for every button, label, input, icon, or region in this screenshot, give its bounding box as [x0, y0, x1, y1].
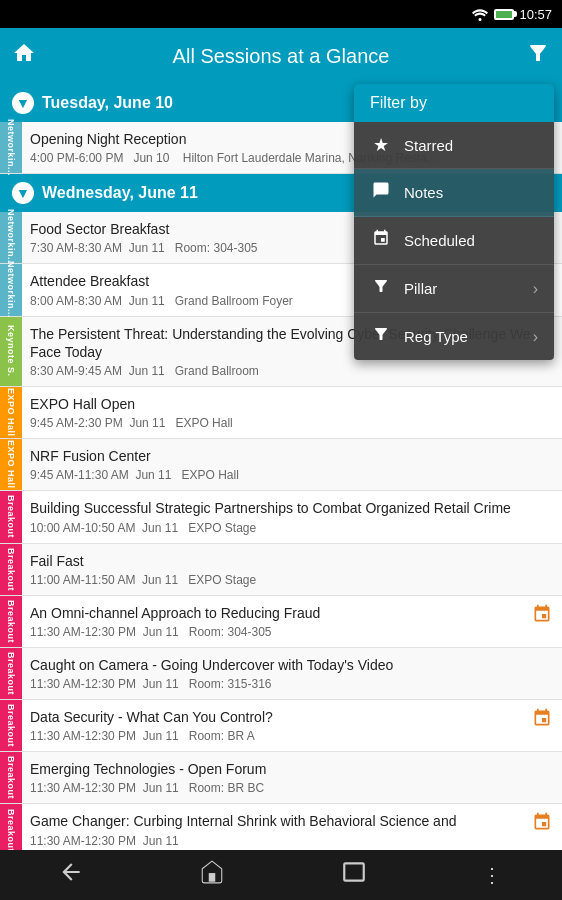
session-item[interactable]: Breakout Data Security - What Can You Co… [0, 700, 562, 752]
svg-rect-2 [344, 863, 364, 880]
bottom-nav: ⋮ [0, 850, 562, 900]
session-tag: Breakout [0, 491, 22, 542]
session-item[interactable]: Breakout Caught on Camera - Going Underc… [0, 648, 562, 700]
filter-scheduled-label: Scheduled [404, 232, 538, 249]
filter-regtype[interactable]: Reg Type › [354, 313, 554, 360]
session-meta: 9:45 AM-11:30 AM Jun 11 EXPO Hall [30, 468, 552, 482]
session-title: Game Changer: Curbing Internal Shrink wi… [30, 812, 552, 830]
session-item[interactable]: Breakout Building Successful Strategic P… [0, 491, 562, 543]
session-title: NRF Fusion Center [30, 447, 552, 465]
svg-rect-1 [209, 873, 216, 882]
session-meta: 11:30 AM-12:30 PM Jun 11 Room: 304-305 [30, 625, 552, 639]
session-meta: 11:30 AM-12:30 PM Jun 11 [30, 834, 552, 848]
filter-starred-label: Starred [404, 137, 538, 154]
status-bar: 10:57 [0, 0, 562, 28]
session-meta: 11:30 AM-12:30 PM Jun 11 Room: 315-316 [30, 677, 552, 691]
session-title: Caught on Camera - Going Undercover with… [30, 656, 552, 674]
home-button[interactable] [12, 41, 36, 71]
filter-pillar[interactable]: Pillar › [354, 265, 554, 313]
filter-scheduled[interactable]: Scheduled [354, 217, 554, 265]
more-button[interactable]: ⋮ [462, 855, 524, 895]
wifi-icon [471, 8, 489, 21]
filter-regtype-icon [370, 325, 392, 348]
session-tag: Breakout [0, 752, 22, 803]
app-header: All Sessions at a Glance [0, 28, 562, 84]
session-meta: 8:30 AM-9:45 AM Jun 11 Grand Ballroom [30, 364, 552, 378]
session-item[interactable]: Breakout Game Changer: Curbing Internal … [0, 804, 562, 850]
svg-point-0 [479, 18, 482, 21]
filter-notes[interactable]: Notes [354, 169, 554, 217]
collapse-tuesday[interactable]: ▼ [12, 92, 34, 114]
session-title: EXPO Hall Open [30, 395, 552, 413]
filter-regtype-label: Reg Type [404, 328, 521, 345]
recents-button[interactable] [321, 851, 387, 899]
filter-starred[interactable]: ★ Starred [354, 122, 554, 169]
session-tag: Breakout [0, 648, 22, 699]
page-title: All Sessions at a Glance [36, 45, 526, 68]
session-item[interactable]: EXPO Hall NRF Fusion Center 9:45 AM-11:3… [0, 439, 562, 491]
filter-pillar-label: Pillar [404, 280, 521, 297]
filter-pillar-icon [370, 277, 392, 300]
session-item[interactable]: Breakout Fail Fast 11:00 AM-11:50 AM Jun… [0, 544, 562, 596]
home-nav-button[interactable] [179, 851, 245, 899]
collapse-wednesday[interactable]: ▼ [12, 182, 34, 204]
note-icon [370, 181, 392, 204]
session-title: Fail Fast [30, 552, 552, 570]
chevron-right-icon: › [533, 280, 538, 298]
session-tag: Networkin... [0, 264, 22, 315]
session-meta: 9:45 AM-2:30 PM Jun 11 EXPO Hall [30, 416, 552, 430]
session-scheduled-icon [532, 708, 552, 733]
session-tag: Breakout [0, 544, 22, 595]
session-title: Building Successful Strategic Partnershi… [30, 499, 552, 517]
session-scheduled-icon [532, 812, 552, 837]
session-tag: Networkin... [0, 212, 22, 263]
session-tag: Networkin... [0, 122, 22, 173]
session-meta: 11:30 AM-12:30 PM Jun 11 Room: BR BC [30, 781, 552, 795]
session-item[interactable]: EXPO Hall EXPO Hall Open 9:45 AM-2:30 PM… [0, 387, 562, 439]
session-scheduled-icon [532, 604, 552, 629]
session-tag: EXPO Hall [0, 439, 22, 490]
filter-header: Filter by [354, 84, 554, 122]
session-tag: Breakout [0, 700, 22, 751]
filter-button[interactable] [526, 41, 550, 71]
filter-dropdown: Filter by ★ Starred Notes Scheduled Pill… [354, 84, 554, 360]
wednesday-label: Wednesday, June 11 [42, 184, 198, 202]
session-meta: 11:00 AM-11:50 AM Jun 11 EXPO Stage [30, 573, 552, 587]
session-tag: Keynote S. [0, 317, 22, 386]
session-title: Emerging Technologies - Open Forum [30, 760, 552, 778]
star-icon: ★ [370, 134, 392, 156]
chevron-right-icon-2: › [533, 328, 538, 346]
session-title: An Omni-channel Approach to Reducing Fra… [30, 604, 552, 622]
session-meta: 11:30 AM-12:30 PM Jun 11 Room: BR A [30, 729, 552, 743]
filter-notes-label: Notes [404, 184, 538, 201]
session-title: Data Security - What Can You Control? [30, 708, 552, 726]
calendar-icon [370, 229, 392, 252]
tuesday-label: Tuesday, June 10 [42, 94, 173, 112]
session-meta: 10:00 AM-10:50 AM Jun 11 EXPO Stage [30, 521, 552, 535]
session-tag: Breakout [0, 596, 22, 647]
status-icons: 10:57 [471, 7, 552, 22]
session-tag: EXPO Hall [0, 387, 22, 438]
battery-icon [494, 9, 514, 20]
back-button[interactable] [38, 851, 104, 899]
session-item[interactable]: Breakout Emerging Technologies - Open Fo… [0, 752, 562, 804]
session-tag: Breakout [0, 804, 22, 850]
time-display: 10:57 [519, 7, 552, 22]
session-item[interactable]: Breakout An Omni-channel Approach to Red… [0, 596, 562, 648]
